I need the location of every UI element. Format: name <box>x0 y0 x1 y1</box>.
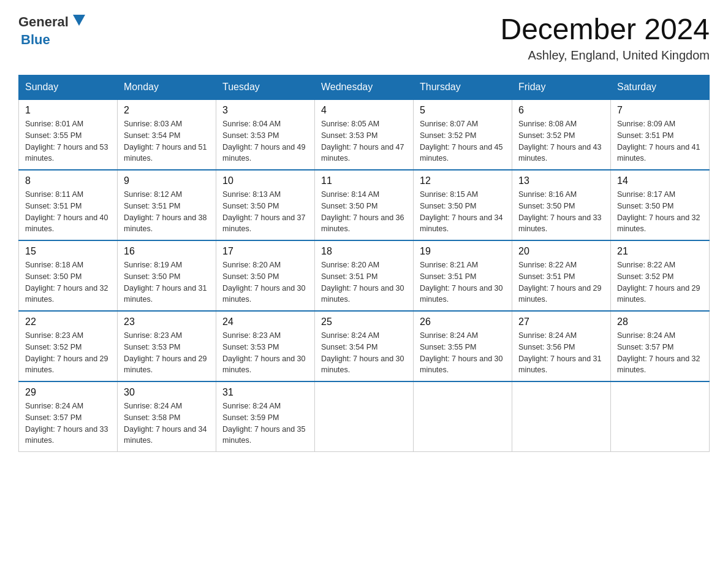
day-info: Sunrise: 8:12 AM Sunset: 3:51 PM Dayligh… <box>124 189 210 235</box>
day-number: 28 <box>617 316 703 327</box>
calendar-cell: 10 Sunrise: 8:13 AM Sunset: 3:50 PM Dayl… <box>216 170 315 240</box>
logo-arrow-icon <box>70 12 88 32</box>
day-info: Sunrise: 8:24 AM Sunset: 3:57 PM Dayligh… <box>25 400 111 446</box>
calendar-cell: 11 Sunrise: 8:14 AM Sunset: 3:50 PM Dayl… <box>315 170 414 240</box>
calendar-table: SundayMondayTuesdayWednesdayThursdayFrid… <box>18 75 710 452</box>
calendar-week-row: 8 Sunrise: 8:11 AM Sunset: 3:51 PM Dayli… <box>19 170 710 240</box>
calendar-cell <box>512 381 611 452</box>
day-number: 17 <box>222 246 308 257</box>
day-number: 4 <box>321 105 407 116</box>
day-number: 13 <box>518 175 604 186</box>
calendar-cell: 7 Sunrise: 8:09 AM Sunset: 3:51 PM Dayli… <box>611 99 710 170</box>
day-info: Sunrise: 8:24 AM Sunset: 3:55 PM Dayligh… <box>420 330 506 376</box>
calendar-cell: 9 Sunrise: 8:12 AM Sunset: 3:51 PM Dayli… <box>118 170 216 240</box>
day-number: 6 <box>518 105 604 116</box>
calendar-header-sunday: Sunday <box>19 75 118 100</box>
calendar-cell: 22 Sunrise: 8:23 AM Sunset: 3:52 PM Dayl… <box>19 311 118 381</box>
day-info: Sunrise: 8:16 AM Sunset: 3:50 PM Dayligh… <box>518 189 604 235</box>
calendar-week-row: 15 Sunrise: 8:18 AM Sunset: 3:50 PM Dayl… <box>19 240 710 311</box>
calendar-header-tuesday: Tuesday <box>216 75 315 100</box>
calendar-header-row: SundayMondayTuesdayWednesdayThursdayFrid… <box>19 75 710 100</box>
day-number: 8 <box>25 175 111 186</box>
day-info: Sunrise: 8:13 AM Sunset: 3:50 PM Dayligh… <box>222 189 308 235</box>
day-info: Sunrise: 8:14 AM Sunset: 3:50 PM Dayligh… <box>321 189 407 235</box>
day-info: Sunrise: 8:17 AM Sunset: 3:50 PM Dayligh… <box>617 189 703 235</box>
calendar-cell: 19 Sunrise: 8:21 AM Sunset: 3:51 PM Dayl… <box>414 240 512 311</box>
calendar-cell: 6 Sunrise: 8:08 AM Sunset: 3:52 PM Dayli… <box>512 99 611 170</box>
day-info: Sunrise: 8:23 AM Sunset: 3:52 PM Dayligh… <box>25 330 111 376</box>
day-info: Sunrise: 8:18 AM Sunset: 3:50 PM Dayligh… <box>25 259 111 305</box>
logo-general-text: General <box>18 14 69 30</box>
calendar-week-row: 29 Sunrise: 8:24 AM Sunset: 3:57 PM Dayl… <box>19 381 710 452</box>
day-number: 12 <box>420 175 506 186</box>
calendar-cell: 20 Sunrise: 8:22 AM Sunset: 3:51 PM Dayl… <box>512 240 611 311</box>
day-number: 31 <box>222 387 308 398</box>
day-number: 21 <box>617 246 703 257</box>
calendar-cell: 17 Sunrise: 8:20 AM Sunset: 3:50 PM Dayl… <box>216 240 315 311</box>
day-number: 5 <box>420 105 506 116</box>
day-number: 7 <box>617 105 703 116</box>
calendar-header-saturday: Saturday <box>611 75 710 100</box>
day-number: 30 <box>124 387 210 398</box>
calendar-cell: 25 Sunrise: 8:24 AM Sunset: 3:54 PM Dayl… <box>315 311 414 381</box>
calendar-cell: 29 Sunrise: 8:24 AM Sunset: 3:57 PM Dayl… <box>19 381 118 452</box>
calendar-cell <box>414 381 512 452</box>
day-number: 20 <box>518 246 604 257</box>
calendar-cell: 8 Sunrise: 8:11 AM Sunset: 3:51 PM Dayli… <box>19 170 118 240</box>
calendar-cell: 3 Sunrise: 8:04 AM Sunset: 3:53 PM Dayli… <box>216 99 315 170</box>
day-info: Sunrise: 8:20 AM Sunset: 3:51 PM Dayligh… <box>321 259 407 305</box>
logo: General Blue <box>18 12 88 48</box>
day-number: 25 <box>321 316 407 327</box>
day-info: Sunrise: 8:24 AM Sunset: 3:57 PM Dayligh… <box>617 330 703 376</box>
calendar-week-row: 1 Sunrise: 8:01 AM Sunset: 3:55 PM Dayli… <box>19 99 710 170</box>
title-block: December 2024 Ashley, England, United Ki… <box>500 12 710 63</box>
day-info: Sunrise: 8:22 AM Sunset: 3:52 PM Dayligh… <box>617 259 703 305</box>
calendar-cell: 30 Sunrise: 8:24 AM Sunset: 3:58 PM Dayl… <box>118 381 216 452</box>
day-info: Sunrise: 8:21 AM Sunset: 3:51 PM Dayligh… <box>420 259 506 305</box>
calendar-cell: 4 Sunrise: 8:05 AM Sunset: 3:53 PM Dayli… <box>315 99 414 170</box>
calendar-cell: 2 Sunrise: 8:03 AM Sunset: 3:54 PM Dayli… <box>118 99 216 170</box>
day-number: 11 <box>321 175 407 186</box>
calendar-cell <box>611 381 710 452</box>
day-number: 22 <box>25 316 111 327</box>
day-number: 1 <box>25 105 111 116</box>
day-info: Sunrise: 8:23 AM Sunset: 3:53 PM Dayligh… <box>124 330 210 376</box>
day-info: Sunrise: 8:03 AM Sunset: 3:54 PM Dayligh… <box>124 118 210 164</box>
day-info: Sunrise: 8:24 AM Sunset: 3:58 PM Dayligh… <box>124 400 210 446</box>
calendar-cell: 15 Sunrise: 8:18 AM Sunset: 3:50 PM Dayl… <box>19 240 118 311</box>
day-info: Sunrise: 8:05 AM Sunset: 3:53 PM Dayligh… <box>321 118 407 164</box>
day-number: 18 <box>321 246 407 257</box>
calendar-cell: 27 Sunrise: 8:24 AM Sunset: 3:56 PM Dayl… <box>512 311 611 381</box>
day-info: Sunrise: 8:23 AM Sunset: 3:53 PM Dayligh… <box>222 330 308 376</box>
day-info: Sunrise: 8:22 AM Sunset: 3:51 PM Dayligh… <box>518 259 604 305</box>
calendar-cell: 24 Sunrise: 8:23 AM Sunset: 3:53 PM Dayl… <box>216 311 315 381</box>
calendar-header-thursday: Thursday <box>414 75 512 100</box>
day-number: 15 <box>25 246 111 257</box>
calendar-cell: 31 Sunrise: 8:24 AM Sunset: 3:59 PM Dayl… <box>216 381 315 452</box>
day-number: 2 <box>124 105 210 116</box>
day-number: 29 <box>25 387 111 398</box>
calendar-cell: 26 Sunrise: 8:24 AM Sunset: 3:55 PM Dayl… <box>414 311 512 381</box>
day-number: 16 <box>124 246 210 257</box>
calendar-cell: 1 Sunrise: 8:01 AM Sunset: 3:55 PM Dayli… <box>19 99 118 170</box>
calendar-cell: 16 Sunrise: 8:19 AM Sunset: 3:50 PM Dayl… <box>118 240 216 311</box>
day-info: Sunrise: 8:09 AM Sunset: 3:51 PM Dayligh… <box>617 118 703 164</box>
day-info: Sunrise: 8:04 AM Sunset: 3:53 PM Dayligh… <box>222 118 308 164</box>
day-info: Sunrise: 8:20 AM Sunset: 3:50 PM Dayligh… <box>222 259 308 305</box>
day-info: Sunrise: 8:24 AM Sunset: 3:59 PM Dayligh… <box>222 400 308 446</box>
calendar-week-row: 22 Sunrise: 8:23 AM Sunset: 3:52 PM Dayl… <box>19 311 710 381</box>
calendar-cell: 18 Sunrise: 8:20 AM Sunset: 3:51 PM Dayl… <box>315 240 414 311</box>
day-number: 26 <box>420 316 506 327</box>
day-info: Sunrise: 8:24 AM Sunset: 3:56 PM Dayligh… <box>518 330 604 376</box>
calendar-header-wednesday: Wednesday <box>315 75 414 100</box>
day-info: Sunrise: 8:19 AM Sunset: 3:50 PM Dayligh… <box>124 259 210 305</box>
day-number: 24 <box>222 316 308 327</box>
calendar-header-monday: Monday <box>118 75 216 100</box>
day-number: 14 <box>617 175 703 186</box>
page-header: General Blue December 2024 Ashley, Engla… <box>18 12 710 63</box>
day-info: Sunrise: 8:11 AM Sunset: 3:51 PM Dayligh… <box>25 189 111 235</box>
calendar-header-friday: Friday <box>512 75 611 100</box>
day-info: Sunrise: 8:07 AM Sunset: 3:52 PM Dayligh… <box>420 118 506 164</box>
svg-marker-0 <box>73 15 85 26</box>
calendar-cell: 14 Sunrise: 8:17 AM Sunset: 3:50 PM Dayl… <box>611 170 710 240</box>
